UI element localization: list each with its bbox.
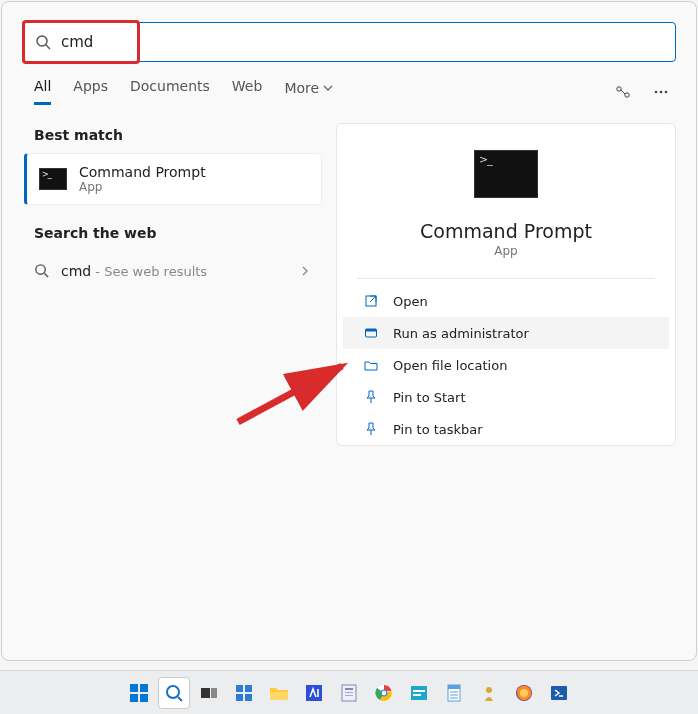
action-open-location-label: Open file location — [393, 358, 507, 373]
action-run-admin[interactable]: Run as administrator — [343, 317, 669, 349]
connect-icon[interactable] — [614, 83, 632, 101]
folder-icon — [363, 357, 379, 373]
svg-rect-14 — [140, 684, 148, 692]
command-prompt-icon — [39, 168, 67, 190]
search-input[interactable] — [61, 33, 663, 51]
svg-rect-11 — [366, 329, 377, 332]
best-match-item[interactable]: Command Prompt App — [24, 153, 322, 205]
web-term: cmd — [61, 263, 91, 279]
svg-rect-30 — [345, 695, 353, 696]
taskbar-task-view[interactable] — [193, 677, 225, 709]
header-icons — [614, 83, 676, 101]
svg-rect-29 — [345, 692, 353, 693]
tabs: All Apps Documents Web More — [34, 78, 590, 105]
shield-icon — [363, 325, 379, 341]
open-icon — [363, 293, 379, 309]
svg-rect-34 — [411, 686, 427, 700]
taskbar — [0, 670, 698, 714]
tab-more[interactable]: More — [284, 78, 333, 105]
action-open-label: Open — [393, 294, 428, 309]
tab-web[interactable]: Web — [232, 78, 263, 105]
taskbar-widgets[interactable] — [228, 677, 260, 709]
svg-rect-19 — [201, 688, 210, 698]
chevron-down-icon — [323, 83, 333, 93]
search-icon — [35, 34, 51, 50]
svg-rect-23 — [236, 694, 243, 701]
best-match-text: Command Prompt App — [79, 164, 206, 194]
results-left: Best match Command Prompt App Search the… — [22, 123, 322, 446]
best-match-label: Best match — [34, 127, 322, 143]
results-body: Best match Command Prompt App Search the… — [2, 105, 696, 456]
action-run-admin-label: Run as administrator — [393, 326, 529, 341]
search-window: All Apps Documents Web More Best match C… — [1, 1, 697, 661]
divider — [357, 278, 654, 279]
svg-point-17 — [167, 686, 179, 698]
svg-rect-15 — [130, 694, 138, 702]
svg-rect-13 — [130, 684, 138, 692]
svg-rect-38 — [448, 685, 460, 689]
svg-rect-16 — [140, 694, 148, 702]
app-sub: App — [494, 244, 517, 258]
search-row — [2, 2, 696, 72]
tab-more-label: More — [284, 80, 319, 96]
action-pin-taskbar-label: Pin to taskbar — [393, 422, 483, 437]
taskbar-notepad[interactable] — [438, 677, 470, 709]
pin-icon — [363, 421, 379, 437]
svg-rect-20 — [211, 688, 217, 698]
svg-point-6 — [665, 90, 668, 93]
svg-line-18 — [178, 697, 182, 701]
action-open-location[interactable]: Open file location — [343, 349, 669, 381]
action-pin-taskbar[interactable]: Pin to taskbar — [343, 413, 669, 445]
action-open[interactable]: Open — [343, 285, 669, 317]
svg-point-33 — [382, 690, 386, 694]
svg-rect-35 — [413, 690, 425, 692]
taskbar-firefox[interactable] — [508, 677, 540, 709]
action-pin-start-label: Pin to Start — [393, 390, 465, 405]
svg-point-2 — [617, 86, 621, 90]
tab-all[interactable]: All — [34, 78, 51, 105]
search-box[interactable] — [22, 22, 676, 62]
svg-point-44 — [520, 689, 528, 697]
taskbar-app-teal[interactable] — [403, 677, 435, 709]
command-prompt-icon — [474, 150, 538, 198]
svg-rect-28 — [345, 688, 353, 690]
tabs-row: All Apps Documents Web More — [2, 72, 696, 105]
taskbar-powershell[interactable] — [543, 677, 575, 709]
svg-rect-36 — [413, 694, 421, 696]
taskbar-app-gold[interactable] — [473, 677, 505, 709]
taskbar-file-explorer[interactable] — [263, 677, 295, 709]
tab-documents[interactable]: Documents — [130, 78, 210, 105]
taskbar-start[interactable] — [123, 677, 155, 709]
svg-point-0 — [37, 36, 47, 46]
action-pin-start[interactable]: Pin to Start — [343, 381, 669, 413]
taskbar-app-clip[interactable] — [333, 677, 365, 709]
web-suffix: - See web results — [91, 264, 207, 279]
svg-point-5 — [660, 90, 663, 93]
svg-rect-22 — [245, 685, 252, 692]
chevron-right-icon — [300, 265, 310, 277]
best-match-sub: App — [79, 180, 206, 194]
svg-rect-24 — [245, 694, 252, 701]
svg-point-7 — [36, 265, 45, 274]
pin-icon — [363, 389, 379, 405]
web-result-item[interactable]: cmd - See web results — [22, 251, 322, 290]
taskbar-search[interactable] — [158, 677, 190, 709]
web-result-text: cmd - See web results — [61, 261, 207, 280]
svg-line-8 — [44, 273, 48, 277]
best-match-title: Command Prompt — [79, 164, 206, 180]
svg-line-1 — [46, 45, 50, 49]
taskbar-chrome[interactable] — [368, 677, 400, 709]
svg-rect-21 — [236, 685, 243, 692]
app-title: Command Prompt — [420, 220, 592, 242]
svg-point-3 — [625, 92, 629, 96]
actions-list: Open Run as administrator Open file loca… — [337, 285, 675, 445]
svg-point-42 — [486, 687, 492, 693]
svg-rect-25 — [270, 692, 288, 700]
search-web-label: Search the web — [34, 225, 322, 241]
details-pane: Command Prompt App Open Run as administr… — [336, 123, 676, 446]
taskbar-app-blue[interactable] — [298, 677, 330, 709]
tab-apps[interactable]: Apps — [73, 78, 108, 105]
more-icon[interactable] — [652, 83, 670, 101]
svg-point-4 — [655, 90, 658, 93]
search-icon — [34, 263, 49, 278]
